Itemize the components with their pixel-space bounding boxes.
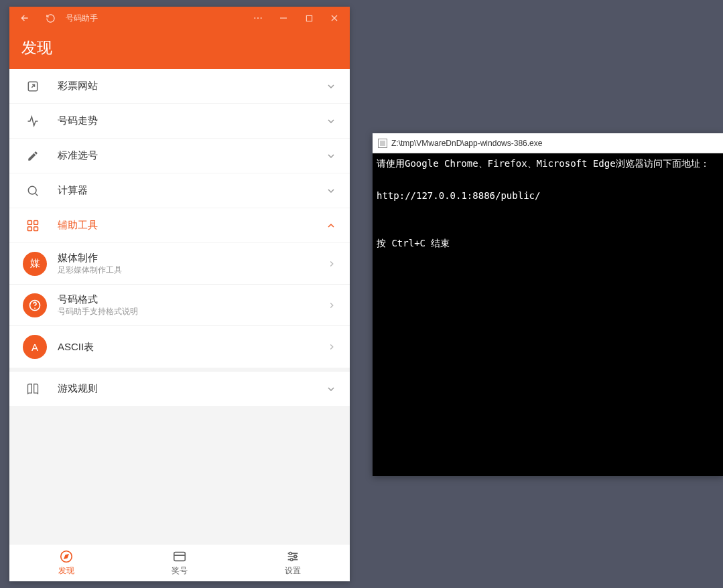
more-button[interactable] [245,7,271,29]
chevron-down-icon [326,384,336,394]
chevron-up-icon [326,220,336,231]
svg-rect-3 [306,15,312,21]
svg-point-5 [28,186,36,194]
menu-label: 游戏规则 [43,382,326,395]
menu-item-calc[interactable]: 计算器 [9,173,350,208]
chevron-down-icon [326,186,336,196]
menu-label: 号码走势 [43,115,326,127]
refresh-button[interactable] [38,7,63,29]
chevron-right-icon [327,301,336,310]
ticket-icon [172,549,187,564]
tab-label: 发现 [58,565,74,577]
avatar [23,293,47,317]
sub-item-title: 媒体制作 [58,251,327,265]
tab-label: 设置 [285,565,301,577]
svg-point-0 [254,17,255,19]
window-title: 号码助手 [63,13,98,24]
chevron-down-icon [326,151,336,161]
svg-point-2 [261,17,262,19]
back-button[interactable] [12,7,38,29]
sub-item-text: 媒体制作 足彩媒体制作工具 [47,251,327,276]
menu-item-tools[interactable]: 辅助工具 [9,208,350,243]
compass-icon [59,549,74,564]
grid-icon [23,219,43,232]
pencil-icon [23,150,43,162]
chevron-right-icon [327,342,336,352]
svg-point-16 [291,559,293,561]
console-title-text: Z:\tmp\VMwareDnD\app-windows-386.exe [391,139,542,148]
menu-item-trend[interactable]: 号码走势 [9,104,350,139]
svg-rect-8 [28,226,32,230]
tab-discover[interactable]: 发现 [9,544,123,581]
maximize-button[interactable] [296,7,322,29]
page-title: 发现 [9,29,350,69]
svg-point-1 [257,17,259,19]
close-button[interactable] [322,7,347,29]
menu-label: 彩票网站 [43,80,326,92]
search-icon [23,184,43,198]
book-icon [23,382,43,396]
sub-item-title: 号码格式 [58,293,327,306]
svg-rect-13 [174,553,186,561]
console-titlebar[interactable]: Z:\tmp\VMwareDnD\app-windows-386.exe [373,133,723,153]
tab-label: 奖号 [172,565,188,577]
minimize-button[interactable] [271,7,296,29]
sub-item-ascii[interactable]: A ASCII表 [9,326,350,368]
chevron-right-icon [327,259,336,269]
sub-item-subtitle: 足彩媒体制作工具 [58,265,327,276]
menu-item-lottery[interactable]: 彩票网站 [9,69,350,104]
tab-prize[interactable]: 奖号 [123,544,236,581]
menu-label: 标准选号 [43,149,326,162]
external-link-icon [23,80,43,93]
menu-item-pick[interactable]: 标准选号 [9,139,350,173]
sub-item-format[interactable]: 号码格式 号码助手支持格式说明 [9,285,350,326]
console-icon [378,139,387,148]
svg-rect-9 [34,226,38,230]
sliders-icon [285,549,300,564]
sub-item-media[interactable]: 媒 媒体制作 足彩媒体制作工具 [9,243,350,285]
svg-rect-6 [28,220,32,224]
sub-item-text: 号码格式 号码助手支持格式说明 [47,293,327,317]
chevron-down-icon [326,116,336,127]
app-window: 号码助手 发现 彩票网站 号码走势 [9,7,350,581]
console-output: 请使用Google Chrome、Firefox、Microsoft Edge浏… [373,153,723,476]
console-window: Z:\tmp\VMwareDnD\app-windows-386.exe 请使用… [373,133,723,476]
titlebar: 号码助手 [9,7,350,29]
sub-item-subtitle: 号码助手支持格式说明 [58,307,327,317]
svg-point-11 [34,307,36,309]
sub-item-text: ASCII表 [47,340,327,354]
svg-point-15 [294,555,297,558]
menu-label: 计算器 [43,184,326,197]
chevron-down-icon [326,81,336,92]
menu-list: 彩票网站 号码走势 标准选号 [9,69,350,544]
menu-label: 辅助工具 [43,219,326,232]
svg-rect-7 [34,220,38,224]
avatar: A [23,335,47,359]
avatar: 媒 [23,252,47,276]
sub-item-title: ASCII表 [58,340,327,354]
svg-point-14 [289,553,292,555]
activity-icon [23,115,43,128]
menu-item-rules[interactable]: 游戏规则 [9,372,350,407]
tab-settings[interactable]: 设置 [237,544,350,581]
tabbar: 发现 奖号 设置 [9,544,350,581]
